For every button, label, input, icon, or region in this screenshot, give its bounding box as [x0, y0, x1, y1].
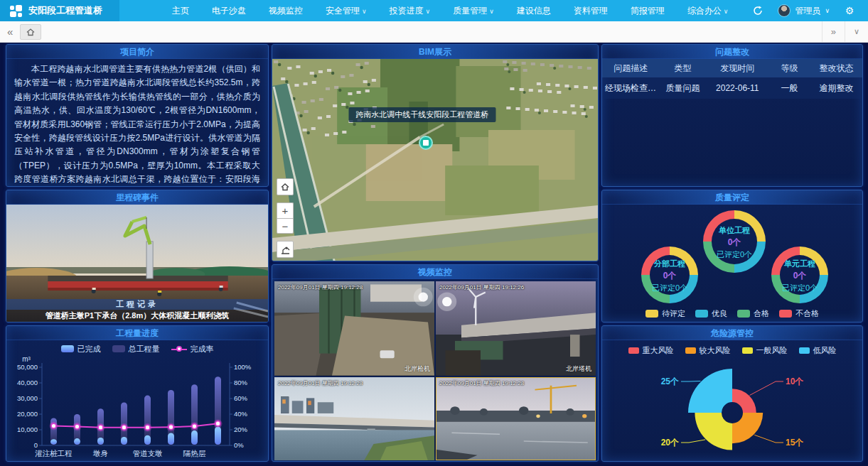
video-timestamp: 2022年09月01日 星期四 19:12:28 [439, 379, 524, 387]
bim-map[interactable] [272, 59, 598, 261]
quality-legend-item-合格[interactable]: 合格 [737, 308, 769, 319]
video-timestamp: 2022年09月01日 星期四 19:12:28 [278, 379, 363, 387]
svg-text:40,000: 40,000 [17, 379, 38, 386]
panel-title-bim: BIM展示 [272, 45, 598, 59]
user-name: 管理员 [795, 5, 820, 17]
quality-legend: 待评定优良合格不合格 [602, 308, 862, 319]
svg-text:15个: 15个 [786, 438, 803, 448]
panel-title-progress: 工程量进度 [6, 326, 268, 340]
risk-legend-item-一般风险[interactable]: 一般风险 [742, 345, 788, 356]
nav-item-安全管理[interactable]: 安全管理∨ [314, 0, 378, 21]
panel-title-milestone: 里程碑事件 [6, 190, 268, 205]
svg-text:40%: 40% [234, 410, 248, 418]
map-crane-layer-button[interactable] [277, 241, 294, 258]
nav-item-视频监控[interactable]: 视频监控 [257, 0, 314, 21]
nav-item-建设信息[interactable]: 建设信息 [505, 0, 562, 21]
risk-legend: 重大风险较大风险一般风险低风险 [602, 340, 862, 356]
chevron-down-icon: ∨ [825, 7, 830, 14]
quality-donut-charts: 单位工程0个已评定0个分部工程0个已评定0个单元工程0个已评定0个 [602, 205, 862, 305]
video-timestamp: 2022年09月01日 星期四 19:12:28 [278, 283, 363, 291]
app-logo-area: 安阳段工程管道桥 [0, 0, 119, 21]
svg-text:20%: 20% [234, 426, 248, 433]
nav-item-质量管理[interactable]: 质量管理∨ [441, 0, 505, 21]
video-camera-name: 北岸塔机 [566, 364, 591, 374]
panel-title-issues: 问题整改 [602, 45, 862, 59]
svg-text:墩身: 墩身 [92, 449, 108, 457]
video-timestamp: 2022年09月01日 星期四 19:12:26 [439, 283, 524, 291]
panel-risk: 危险源管控 重大风险较大风险一般风险低风险 10个15个20个25个 [601, 325, 863, 462]
refresh-icon[interactable] [752, 5, 763, 16]
user-menu[interactable]: 管理员 ∨ [778, 4, 830, 17]
svg-text:20个: 20个 [661, 438, 679, 448]
collapse-left-icon[interactable]: « [0, 26, 20, 38]
map-zoom-in-button[interactable]: + [277, 202, 294, 218]
map-marker-pin[interactable] [419, 136, 433, 150]
svg-text:60%: 60% [234, 394, 248, 402]
svg-text:10个: 10个 [786, 376, 803, 386]
tab-home[interactable] [20, 24, 41, 40]
svg-text:80%: 80% [234, 379, 248, 386]
legend-item-完成率[interactable]: 完成率 [171, 344, 214, 354]
svg-text:单元工程: 单元工程 [784, 259, 815, 268]
map-home-button[interactable] [277, 178, 294, 195]
nav-item-综合办公[interactable]: 综合办公∨ [676, 0, 740, 21]
quality-legend-item-不合格[interactable]: 不合格 [779, 308, 819, 319]
nav-item-投资进度[interactable]: 投资进度∨ [378, 0, 442, 21]
video-feed-2[interactable]: 2022年09月01日 星期四 19:12:26 北岸塔机 [436, 281, 596, 376]
panel-title-quality: 质量评定 [602, 190, 862, 205]
svg-text:30,000: 30,000 [17, 394, 38, 402]
panel-progress-chart: 工程量进度 已完成总工程量完成率 010,00020,00030,00040,0… [6, 325, 269, 462]
panel-title-risk: 危险源管控 [602, 326, 862, 340]
tab-menu-caret-icon[interactable]: ∨ [845, 21, 868, 42]
top-navbar: 安阳段工程管道桥 主页电子沙盘视频监控安全管理∨投资进度∨质量管理∨建设信息资料… [0, 0, 868, 21]
svg-text:25个: 25个 [661, 376, 679, 386]
main-nav: 主页电子沙盘视频监控安全管理∨投资进度∨质量管理∨建设信息资料管理简报管理综合办… [161, 0, 739, 21]
svg-text:50,000: 50,000 [17, 363, 38, 371]
risk-legend-item-重大风险[interactable]: 重大风险 [628, 345, 674, 356]
video-grid: 2022年09月01日 星期四 19:12:28 北岸枪机 [272, 279, 598, 461]
svg-text:0%: 0% [234, 441, 244, 449]
nav-item-资料管理[interactable]: 资料管理 [562, 0, 619, 21]
video-feed-4[interactable]: 2022年09月01日 星期四 19:12:28 [436, 377, 596, 461]
panel-milestone: 里程碑事件 [6, 190, 269, 323]
panel-video: 视频监控 [272, 264, 599, 462]
nav-item-简报管理[interactable]: 简报管理 [619, 0, 676, 21]
map-zoom-out-button[interactable]: − [277, 218, 294, 234]
legend-item-总工程量[interactable]: 总工程量 [112, 344, 160, 354]
middle-column: BIM展示 [272, 44, 599, 462]
svg-text:已评定0个: 已评定0个 [782, 283, 818, 292]
issues-col-header: 等级 [768, 59, 810, 77]
video-feed-1[interactable]: 2022年09月01日 星期四 19:12:28 北岸枪机 [274, 281, 434, 376]
risk-legend-item-低风险[interactable]: 低风险 [799, 345, 837, 356]
quality-legend-item-待评定[interactable]: 待评定 [645, 308, 685, 319]
milestone-banner: 工程记录 [6, 299, 268, 310]
app-logo-icon [10, 5, 22, 17]
video-feed-3[interactable]: 2022年09月01日 星期四 19:12:28 [274, 377, 434, 461]
risk-rose-chart: 10个15个20个25个 [602, 356, 862, 461]
svg-text:分部工程: 分部工程 [653, 259, 685, 268]
nav-item-电子沙盘[interactable]: 电子沙盘 [200, 0, 257, 21]
issues-col-header: 类型 [660, 59, 707, 77]
settings-gear-icon[interactable]: ⚙ [844, 5, 855, 16]
svg-text:0: 0 [34, 441, 38, 449]
panel-issues: 问题整改 问题描述类型发现时间等级整改状态经现场检查，35...质量问题2022… [601, 44, 863, 187]
svg-text:单位工程: 单位工程 [719, 226, 750, 234]
legend-item-已完成[interactable]: 已完成 [61, 344, 101, 354]
map-label: 跨南水北调中线干线安阳段工程管道桥 [348, 107, 495, 122]
risk-legend-item-较大风险[interactable]: 较大风险 [685, 345, 731, 356]
issues-col-header: 发现时间 [706, 59, 768, 77]
nav-item-主页[interactable]: 主页 [161, 0, 200, 21]
panel-bim: BIM展示 [272, 44, 599, 261]
issues-table-row[interactable]: 经现场检查，35...质量问题2022-06-11一般逾期整改 [602, 77, 862, 99]
panel-title-project-intro: 项目简介 [6, 45, 268, 59]
user-avatar [778, 4, 791, 17]
right-column: 问题整改 问题描述类型发现时间等级整改状态经现场检查，35...质量问题2022… [601, 44, 863, 462]
video-camera-name: 北岸枪机 [404, 364, 430, 374]
svg-text:已评定0个: 已评定0个 [717, 250, 752, 259]
panel-title-video: 视频监控 [272, 265, 598, 279]
expand-right-icon[interactable]: » [822, 21, 845, 42]
svg-text:隔热层: 隔热层 [183, 449, 206, 457]
tab-bar-right: » ∨ [822, 21, 868, 42]
quality-legend-item-优良[interactable]: 优良 [695, 308, 727, 319]
project-intro-text: 本工程跨越南水北调管道主要有供热热力管道2根（供回）和输水管道一根；热力管道跨越… [6, 59, 268, 186]
